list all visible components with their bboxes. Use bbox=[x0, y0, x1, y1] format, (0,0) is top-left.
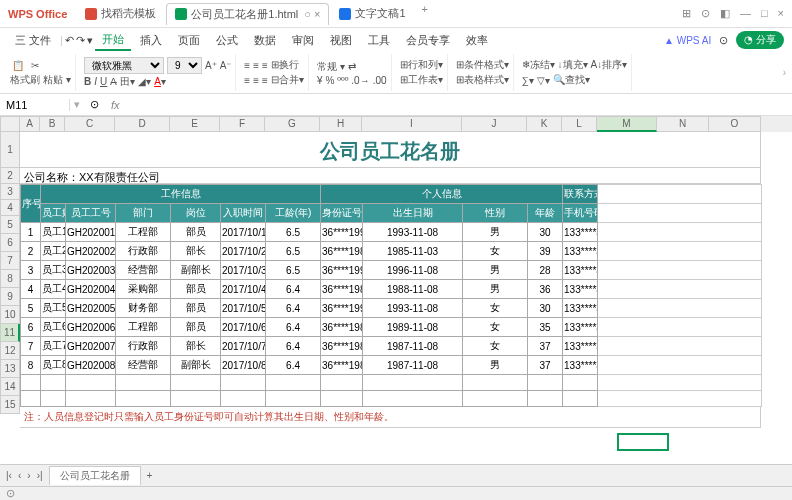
data-cell[interactable]: 36****199611085014 bbox=[321, 261, 363, 280]
save-icon[interactable]: ▾ bbox=[87, 34, 93, 47]
data-cell[interactable]: 员工4 bbox=[41, 280, 66, 299]
data-cell[interactable]: 36****198911084563 bbox=[321, 318, 363, 337]
cancel-icon[interactable]: ⊙ bbox=[84, 98, 105, 111]
col-header-cell[interactable]: 身份证号 bbox=[321, 204, 363, 223]
doc-tab-roster[interactable]: 公司员工花名册1.html○ × bbox=[166, 3, 329, 25]
size-select[interactable]: 9 bbox=[167, 57, 202, 74]
empty-cell[interactable] bbox=[221, 375, 266, 391]
empty-cell[interactable] bbox=[321, 391, 363, 407]
italic-icon[interactable]: I bbox=[94, 76, 97, 87]
data-cell[interactable]: 30 bbox=[528, 223, 563, 242]
data-cell[interactable]: 7 bbox=[21, 337, 41, 356]
align-mid-icon[interactable]: ≡ bbox=[253, 60, 259, 71]
empty-cell[interactable] bbox=[41, 375, 66, 391]
hdr-work[interactable]: 工作信息 bbox=[41, 185, 321, 204]
hdr-contact[interactable]: 联系方式 bbox=[563, 185, 598, 204]
align-top-icon[interactable]: ≡ bbox=[244, 60, 250, 71]
col-header[interactable]: N bbox=[657, 116, 709, 132]
dec-dec-icon[interactable]: .00 bbox=[373, 75, 387, 86]
col-header-cell[interactable]: 入职时间 bbox=[221, 204, 266, 223]
data-cell[interactable]: 1989-11-08 bbox=[363, 318, 463, 337]
table-style-button[interactable]: ⊞表格样式▾ bbox=[456, 73, 509, 87]
data-cell[interactable]: 男 bbox=[463, 223, 528, 242]
empty-cell[interactable] bbox=[171, 391, 221, 407]
data-cell[interactable]: 36 bbox=[528, 280, 563, 299]
comma-icon[interactable]: ººº bbox=[337, 75, 348, 86]
skin-icon[interactable]: ◧ bbox=[720, 7, 730, 20]
data-cell[interactable]: 35 bbox=[528, 318, 563, 337]
data-cell[interactable]: 经营部 bbox=[116, 356, 171, 375]
cut-icon[interactable]: ✂ bbox=[29, 59, 41, 72]
col-header[interactable]: G bbox=[265, 116, 320, 132]
data-cell[interactable]: 男 bbox=[463, 261, 528, 280]
menu-formula[interactable]: 公式 bbox=[209, 31, 245, 50]
format-painter[interactable]: 格式刷 bbox=[10, 73, 40, 87]
data-cell[interactable]: 36****198711085742 bbox=[321, 337, 363, 356]
data-cell[interactable]: 1993-11-08 bbox=[363, 223, 463, 242]
empty-cell[interactable] bbox=[528, 375, 563, 391]
empty-cell[interactable] bbox=[116, 375, 171, 391]
share-button[interactable]: ◔ 分享 bbox=[736, 31, 784, 49]
empty-cell[interactable] bbox=[221, 391, 266, 407]
col-header-cell[interactable]: 手机号码 bbox=[563, 204, 598, 223]
data-cell[interactable]: 6.5 bbox=[266, 242, 321, 261]
menu-data[interactable]: 数据 bbox=[247, 31, 283, 50]
data-cell[interactable]: 133****3340 bbox=[563, 356, 598, 375]
row-header[interactable]: 5 bbox=[0, 216, 20, 234]
data-cell[interactable]: 133****3336 bbox=[563, 280, 598, 299]
find-button[interactable]: 🔍查找▾ bbox=[553, 73, 590, 87]
data-cell[interactable]: GH202004 bbox=[66, 280, 116, 299]
close-icon[interactable]: ○ × bbox=[304, 8, 320, 20]
data-cell[interactable]: 2017/10/4 bbox=[221, 280, 266, 299]
data-cell[interactable]: 28 bbox=[528, 261, 563, 280]
col-header-cell[interactable]: 出生日期 bbox=[363, 204, 463, 223]
wrap-button[interactable]: ⊞换行 bbox=[271, 58, 299, 72]
data-cell[interactable]: 133****3335 bbox=[563, 261, 598, 280]
data-cell[interactable]: 133****3338 bbox=[563, 318, 598, 337]
maximize-icon[interactable]: □ bbox=[761, 7, 768, 20]
col-header[interactable]: B bbox=[40, 116, 65, 132]
row-header[interactable]: 3 bbox=[0, 184, 20, 200]
worksheet-button[interactable]: ⊞工作表▾ bbox=[400, 73, 443, 87]
row-header[interactable]: 4 bbox=[0, 200, 20, 216]
font-color-icon[interactable]: A▾ bbox=[154, 76, 166, 87]
empty-cell[interactable] bbox=[21, 375, 41, 391]
data-cell[interactable]: GH202008 bbox=[66, 356, 116, 375]
data-cell[interactable]: 采购部 bbox=[116, 280, 171, 299]
add-sheet-icon[interactable]: + bbox=[147, 470, 153, 481]
border-icon[interactable]: 田▾ bbox=[120, 75, 135, 89]
row-header[interactable]: 11 bbox=[0, 324, 20, 342]
fill-button[interactable]: ↓填充▾ bbox=[558, 58, 588, 72]
data-cell[interactable]: 副部长 bbox=[171, 261, 221, 280]
col-header[interactable]: M bbox=[597, 116, 657, 132]
last-sheet-icon[interactable]: ›| bbox=[37, 470, 43, 481]
col-header[interactable]: E bbox=[170, 116, 220, 132]
align-right-icon[interactable]: ≡ bbox=[262, 75, 268, 86]
transpose-icon[interactable]: ⇄ bbox=[348, 61, 356, 72]
data-cell[interactable]: 133****3339 bbox=[563, 337, 598, 356]
menu-review[interactable]: 审阅 bbox=[285, 31, 321, 50]
col-header-cell[interactable]: 工龄(年) bbox=[266, 204, 321, 223]
data-cell[interactable]: 37 bbox=[528, 337, 563, 356]
data-cell[interactable]: 6.5 bbox=[266, 261, 321, 280]
data-cell[interactable]: 2017/10/2 bbox=[221, 242, 266, 261]
menu-vip[interactable]: 会员专享 bbox=[399, 31, 457, 50]
prev-sheet-icon[interactable]: ‹ bbox=[18, 470, 21, 481]
col-header-cell[interactable]: 员工工号 bbox=[66, 204, 116, 223]
empty-cell[interactable] bbox=[41, 391, 66, 407]
align-left-icon[interactable]: ≡ bbox=[244, 75, 250, 86]
percent-icon[interactable]: % bbox=[325, 75, 334, 86]
increase-font-icon[interactable]: A⁺ bbox=[205, 60, 217, 71]
data-cell[interactable]: 员工8 bbox=[41, 356, 66, 375]
company-name[interactable]: 公司名称：XX有限责任公司 bbox=[20, 168, 761, 184]
menu-icon[interactable]: ⊞ bbox=[682, 7, 691, 20]
data-cell[interactable]: GH202005 bbox=[66, 299, 116, 318]
col-header[interactable]: F bbox=[220, 116, 265, 132]
data-cell[interactable]: 1987-11-08 bbox=[363, 356, 463, 375]
data-cell[interactable]: 员工7 bbox=[41, 337, 66, 356]
data-cell[interactable]: 2 bbox=[21, 242, 41, 261]
add-tab-button[interactable]: + bbox=[416, 3, 434, 25]
search-icon[interactable]: ⊙ bbox=[719, 34, 728, 47]
hdr-seq[interactable]: 序号 bbox=[21, 185, 41, 223]
format-general[interactable]: 常规 bbox=[317, 60, 337, 74]
